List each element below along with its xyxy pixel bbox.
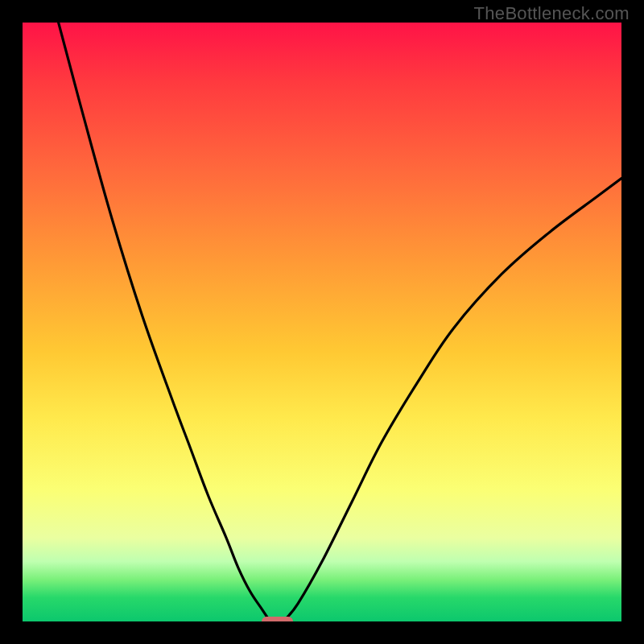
- left-branch-curve: [59, 23, 268, 618]
- watermark-text: TheBottleneck.com: [474, 3, 630, 24]
- optimum-marker: [262, 617, 293, 621]
- right-branch-curve: [286, 178, 621, 618]
- image-root: TheBottleneck.com: [0, 0, 644, 644]
- curve-layer: [23, 23, 621, 621]
- plot-area: [23, 23, 621, 621]
